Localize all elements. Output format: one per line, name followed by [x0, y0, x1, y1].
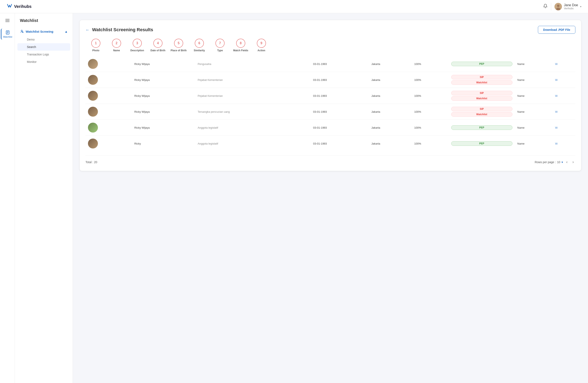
type-cell: SIPWatchlist — [449, 88, 515, 104]
header-right: Jane Doe Verihubs ▾ — [543, 3, 582, 10]
step-label-7: Type — [217, 49, 223, 52]
step-circle-4: 4 — [153, 39, 163, 48]
app-header: Verihubs Jane Doe Verihubs ▾ — [0, 0, 588, 13]
view-link[interactable]: Vi — [555, 126, 557, 129]
sidebar-sub-item-demo[interactable]: Demo — [15, 36, 73, 43]
view-link[interactable]: Vi — [555, 78, 557, 81]
logo-symbol — [7, 3, 12, 10]
type-badge: PEP — [451, 62, 512, 66]
name-cell: Ricky Wijaya — [132, 88, 195, 104]
action-cell: Vi — [553, 136, 575, 152]
app-logo: Verihubs — [7, 3, 31, 10]
match-fields-cell: Name — [515, 72, 553, 88]
svg-point-1 — [557, 4, 559, 7]
description-cell: Anggota legislatif — [195, 136, 311, 152]
photo-avatar — [88, 107, 98, 117]
step-item-5: 5 Place of Birth — [168, 39, 189, 52]
step-item-1: 1 Photo — [85, 39, 106, 52]
app-name: Verihubs — [14, 4, 31, 9]
type-badge: Watchlist — [451, 112, 512, 117]
table-footer: Total : 20 Rows per page : 10 ▾ ‹ › — [85, 156, 575, 165]
icon-bar: Watchlist — [0, 13, 15, 383]
step-label-5: Place of Birth — [170, 49, 187, 52]
header-divider — [551, 3, 551, 10]
type-badges: PEP — [451, 125, 512, 130]
notification-bell-icon[interactable] — [543, 4, 548, 9]
dob-cell: 03-01-1993 — [311, 72, 369, 88]
total-count: Total : 20 — [85, 161, 97, 164]
step-label-1: Photo — [92, 49, 99, 52]
name-cell: Ricky Wijaya — [132, 72, 195, 88]
type-cell: PEP — [449, 56, 515, 72]
action-cell: Vi — [553, 120, 575, 136]
step-circle-8: 8 — [236, 39, 245, 48]
rows-per-page-label: Rows per page : — [535, 161, 556, 164]
step-circle-5: 5 — [174, 39, 183, 48]
match-fields-cell: Name — [515, 56, 553, 72]
step-item-8: 8 Match Fields — [230, 39, 251, 52]
menu-left: Watchlist Screeing — [20, 30, 53, 33]
rows-dropdown-icon[interactable]: ▾ — [562, 161, 563, 164]
card-title: Watchlist Screening Results — [92, 27, 153, 32]
step-label-8: Match Fields — [233, 49, 248, 52]
similarity-cell: 100% — [412, 72, 449, 88]
pob-cell: Jakarta — [369, 72, 412, 88]
step-circle-1: 1 — [91, 39, 100, 48]
view-link[interactable]: Vi — [555, 110, 557, 113]
type-cell: PEP — [449, 120, 515, 136]
sidebar-title: Watchlist — [15, 18, 73, 27]
avatar — [554, 3, 562, 10]
next-page-button[interactable]: › — [571, 159, 575, 165]
dob-cell: 03-01-1993 — [311, 56, 369, 72]
view-link[interactable]: Vi — [555, 142, 557, 145]
dob-cell: 03-01-1993 — [311, 120, 369, 136]
rows-per-page-value: 10 — [557, 161, 560, 164]
pob-cell: Jakarta — [369, 136, 412, 152]
main-layout: Watchlist Watchlist Watchlist Screeing ▲… — [0, 13, 588, 383]
sidebar-sub-item-monitor[interactable]: Monitor — [15, 58, 73, 65]
sidebar-sub-items: DemoSearchTransaction LogsMonitor — [15, 36, 73, 65]
photo-cell — [85, 120, 132, 136]
sidebar-watchlist-screeing[interactable]: Watchlist Screeing ▲ — [15, 27, 73, 36]
photo-cell — [85, 104, 132, 120]
chevron-up-icon: ▲ — [64, 30, 68, 33]
similarity-cell: 100% — [412, 120, 449, 136]
type-badge: PEP — [451, 141, 512, 146]
step-label-2: Name — [113, 49, 120, 52]
back-button[interactable]: ← — [85, 27, 90, 32]
description-cell: Pejabat Kementerian — [195, 88, 311, 104]
hamburger-menu[interactable] — [4, 17, 11, 23]
step-item-2: 2 Name — [106, 39, 127, 52]
step-circle-3: 3 — [133, 39, 142, 48]
step-circle-7: 7 — [215, 39, 225, 48]
sidebar-sub-item-search[interactable]: Search — [17, 43, 70, 51]
chevron-down-icon[interactable]: ▾ — [580, 5, 581, 8]
prev-page-button[interactable]: ‹ — [565, 159, 569, 165]
photo-avatar — [88, 59, 98, 69]
photo-cell — [85, 88, 132, 104]
pob-cell: Jakarta — [369, 56, 412, 72]
rows-per-page: Rows per page : 10 ▾ — [535, 161, 563, 164]
step-item-6: 6 Similarity — [189, 39, 210, 52]
sidebar-sub-item-transaction-logs[interactable]: Transaction Logs — [15, 51, 73, 58]
view-link[interactable]: Vi — [555, 62, 557, 65]
action-cell: Vi — [553, 88, 575, 104]
step-label-3: Description — [130, 49, 144, 52]
pagination: Rows per page : 10 ▾ ‹ › — [535, 159, 575, 165]
photo-avatar — [88, 139, 98, 148]
table-row: Ricky Wijaya Pengusaha 03-01-1993 Jakart… — [85, 56, 575, 72]
sidebar-item-watchlist[interactable]: Watchlist — [1, 29, 14, 40]
step-label-4: Date of Birth — [150, 49, 165, 52]
sidebar: Watchlist Watchlist Screeing ▲ DemoSearc… — [15, 13, 73, 383]
download-pdf-button[interactable]: Download .PDF File — [538, 26, 575, 34]
type-cell: PEP — [449, 136, 515, 152]
photo-cell — [85, 56, 132, 72]
type-badge: SIP — [451, 107, 512, 111]
table-row: Ricky Wijaya Anggota legislatif 03-01-19… — [85, 120, 575, 136]
action-cell: Vi — [553, 104, 575, 120]
dob-cell: 03-01-1993 — [311, 88, 369, 104]
description-cell: Pengusaha — [195, 56, 311, 72]
view-link[interactable]: Vi — [555, 94, 557, 97]
step-item-9: 9 Action — [251, 39, 272, 52]
user-profile[interactable]: Jane Doe Verihubs ▾ — [554, 3, 582, 10]
